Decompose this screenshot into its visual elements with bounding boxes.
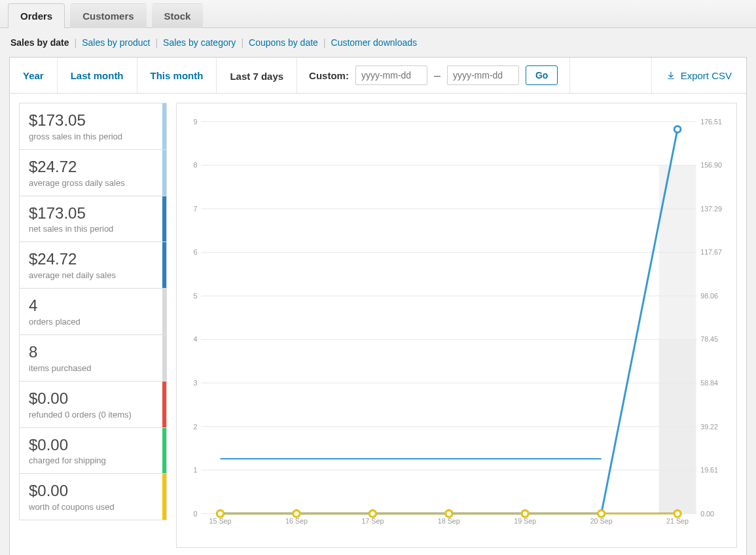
stat-color-bar bbox=[162, 150, 166, 196]
svg-text:21 Sep: 21 Sep bbox=[666, 517, 689, 525]
range-custom-label: Custom: bbox=[309, 70, 349, 81]
stat-color-bar bbox=[162, 242, 166, 288]
svg-point-58 bbox=[522, 510, 528, 517]
stat-label: gross sales in this period bbox=[29, 132, 157, 141]
filter-downloads[interactable]: Customer downloads bbox=[331, 37, 418, 48]
svg-text:4: 4 bbox=[193, 335, 197, 343]
stat-label: average gross daily sales bbox=[29, 178, 157, 188]
stat-card-1[interactable]: $24.72average gross daily sales bbox=[19, 149, 167, 196]
stat-card-7[interactable]: $0.00charged for shipping bbox=[19, 427, 167, 474]
svg-point-56 bbox=[369, 510, 376, 517]
svg-text:78.45: 78.45 bbox=[700, 335, 718, 343]
filter-current: Sales by date bbox=[10, 37, 69, 48]
date-range-row: Year Last month This month Last 7 days C… bbox=[10, 58, 746, 94]
stat-card-5[interactable]: 8items purchased bbox=[19, 334, 167, 381]
chart-container: 00.00119.61239.22358.84478.45598.066117.… bbox=[176, 103, 737, 548]
range-year[interactable]: Year bbox=[10, 58, 58, 93]
stat-value: 4 bbox=[29, 296, 157, 315]
svg-text:19.61: 19.61 bbox=[700, 466, 718, 474]
tab-orders[interactable]: Orders bbox=[8, 3, 65, 28]
stat-color-bar bbox=[162, 428, 166, 474]
svg-text:137.29: 137.29 bbox=[700, 205, 722, 213]
stat-color-bar bbox=[162, 289, 166, 334]
stat-color-bar bbox=[162, 474, 166, 520]
filter-by-coupon[interactable]: Coupons by date bbox=[249, 37, 318, 48]
stat-value: $173.05 bbox=[29, 204, 157, 223]
stat-value: $24.72 bbox=[29, 158, 157, 177]
stat-color-bar bbox=[162, 103, 166, 149]
svg-text:9: 9 bbox=[193, 118, 197, 126]
stat-card-6[interactable]: $0.00refunded 0 orders (0 items) bbox=[19, 381, 167, 427]
svg-text:98.06: 98.06 bbox=[700, 292, 718, 300]
stat-value: $0.00 bbox=[29, 389, 157, 408]
range-custom: Custom: – Go bbox=[297, 58, 570, 93]
stat-value: 8 bbox=[29, 343, 157, 362]
range-custom-to[interactable] bbox=[447, 65, 519, 85]
stat-value: $173.05 bbox=[29, 111, 157, 130]
range-this-month[interactable]: This month bbox=[137, 58, 217, 93]
stat-color-bar bbox=[162, 335, 166, 381]
range-last-7[interactable]: Last 7 days bbox=[217, 58, 297, 93]
svg-text:176.51: 176.51 bbox=[700, 118, 722, 126]
stat-card-2[interactable]: $173.05net sales in this period bbox=[19, 196, 167, 242]
stat-label: worth of coupons used bbox=[29, 502, 157, 512]
svg-point-57 bbox=[446, 510, 452, 517]
download-icon bbox=[666, 71, 675, 80]
range-last-month[interactable]: Last month bbox=[58, 58, 137, 93]
svg-point-59 bbox=[598, 510, 605, 517]
stat-label: net sales in this period bbox=[29, 224, 157, 234]
stat-card-8[interactable]: $0.00worth of coupons used bbox=[19, 473, 167, 520]
stat-card-0[interactable]: $173.05gross sales in this period bbox=[19, 103, 167, 149]
svg-text:17 Sep: 17 Sep bbox=[361, 517, 384, 525]
svg-text:8: 8 bbox=[193, 161, 197, 169]
svg-text:7: 7 bbox=[193, 205, 197, 213]
stat-card-3[interactable]: $24.72average net daily sales bbox=[19, 242, 167, 288]
svg-text:0: 0 bbox=[193, 510, 197, 518]
svg-text:1: 1 bbox=[193, 466, 197, 474]
tab-stock[interactable]: Stock bbox=[152, 3, 204, 28]
tab-customers[interactable]: Customers bbox=[70, 3, 146, 28]
report-panel: Year Last month This month Last 7 days C… bbox=[9, 57, 747, 555]
svg-text:20 Sep: 20 Sep bbox=[590, 517, 613, 525]
svg-text:2: 2 bbox=[193, 423, 197, 431]
stat-value: $0.00 bbox=[29, 436, 157, 455]
svg-rect-31 bbox=[659, 340, 696, 514]
svg-point-55 bbox=[293, 510, 300, 517]
svg-text:19 Sep: 19 Sep bbox=[514, 517, 536, 525]
svg-text:15 Sep: 15 Sep bbox=[209, 517, 232, 525]
range-go-button[interactable]: Go bbox=[526, 65, 558, 85]
stats-list: $173.05gross sales in this period$24.72a… bbox=[19, 103, 167, 548]
svg-text:156.90: 156.90 bbox=[700, 161, 722, 169]
stat-card-4[interactable]: 4orders placed bbox=[19, 288, 167, 334]
stat-value: $0.00 bbox=[29, 482, 157, 501]
stat-label: average net daily sales bbox=[29, 270, 157, 280]
svg-point-60 bbox=[674, 510, 681, 517]
filter-by-category[interactable]: Sales by category bbox=[163, 37, 236, 48]
svg-text:5: 5 bbox=[193, 292, 197, 300]
top-tabs: Orders Customers Stock bbox=[0, 0, 756, 28]
stat-label: charged for shipping bbox=[29, 456, 157, 465]
svg-text:117.67: 117.67 bbox=[700, 248, 722, 256]
svg-text:0.00: 0.00 bbox=[700, 510, 714, 518]
svg-text:16 Sep: 16 Sep bbox=[285, 517, 308, 525]
svg-text:6: 6 bbox=[193, 248, 197, 256]
svg-point-39 bbox=[674, 126, 681, 133]
svg-text:58.84: 58.84 bbox=[700, 379, 718, 387]
filter-by-product[interactable]: Sales by product bbox=[82, 37, 150, 48]
stat-color-bar bbox=[162, 196, 166, 242]
svg-text:3: 3 bbox=[193, 379, 197, 387]
stat-color-bar bbox=[162, 382, 166, 427]
sales-chart[interactable]: 00.00119.61239.22358.84478.45598.066117.… bbox=[182, 110, 731, 542]
stat-label: items purchased bbox=[29, 363, 157, 373]
svg-point-54 bbox=[217, 510, 224, 517]
svg-text:39.22: 39.22 bbox=[700, 423, 718, 431]
report-filters: Sales by date | Sales by product | Sales… bbox=[0, 28, 756, 57]
range-custom-from[interactable] bbox=[355, 65, 427, 85]
export-csv-label: Export CSV bbox=[681, 70, 732, 81]
svg-text:18 Sep: 18 Sep bbox=[438, 517, 460, 525]
range-dash: – bbox=[434, 69, 441, 82]
stat-value: $24.72 bbox=[29, 250, 157, 269]
export-csv-button[interactable]: Export CSV bbox=[651, 58, 746, 93]
stat-label: orders placed bbox=[29, 317, 157, 327]
stat-label: refunded 0 orders (0 items) bbox=[29, 410, 157, 420]
